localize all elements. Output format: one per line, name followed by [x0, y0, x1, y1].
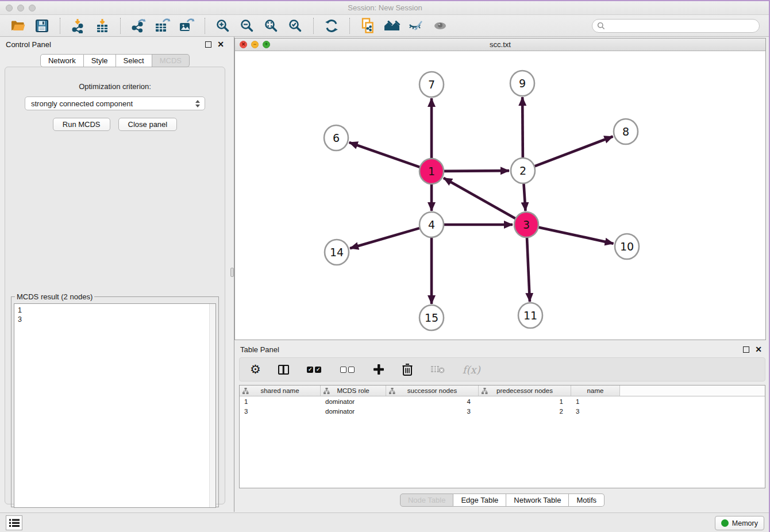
- app-titlebar: Session: New Session: [0, 1, 770, 15]
- tab-network[interactable]: Network: [40, 54, 84, 67]
- graph-node-9[interactable]: 9: [510, 71, 534, 96]
- add-column-icon[interactable]: [373, 362, 384, 377]
- mcds-result-title: MCDS result (2 nodes): [15, 292, 94, 301]
- gear-icon[interactable]: ⚙: [250, 362, 261, 377]
- graph-node-2[interactable]: 2: [511, 158, 535, 183]
- hide-eye-icon[interactable]: [407, 17, 425, 34]
- table-row[interactable]: 1dominator411: [240, 396, 765, 406]
- copy-document-icon[interactable]: [359, 17, 376, 34]
- graph-edge-2-8[interactable]: [534, 137, 613, 167]
- graph-node-11[interactable]: 11: [518, 303, 542, 328]
- toolbar-separator: [349, 18, 350, 34]
- select-all-checkboxes-icon[interactable]: ✓✓: [306, 362, 322, 377]
- graph-edge-1-2[interactable]: [444, 171, 509, 171]
- show-eye-icon[interactable]: [432, 17, 449, 34]
- table-cell[interactable]: dominator: [321, 408, 386, 415]
- delete-table-icon[interactable]: [430, 362, 445, 377]
- search-input[interactable]: [607, 21, 759, 30]
- graph-edge-3-11[interactable]: [527, 237, 530, 302]
- float-panel-icon[interactable]: [205, 41, 211, 48]
- graph-node-7[interactable]: 7: [419, 72, 444, 97]
- table-cell[interactable]: 1: [479, 398, 571, 405]
- table-body: 1dominator4113dominator323: [240, 396, 765, 416]
- table-cell[interactable]: 2: [479, 408, 571, 415]
- float-table-panel-icon[interactable]: [743, 346, 749, 353]
- column-header-filler: [620, 385, 765, 396]
- svg-text:10: 10: [620, 240, 634, 253]
- graph-node-1[interactable]: 1: [419, 159, 444, 184]
- run-mcds-button[interactable]: Run MCDS: [53, 118, 110, 131]
- graph-node-6[interactable]: 6: [324, 125, 348, 151]
- tab-node-table[interactable]: Node Table: [400, 494, 454, 507]
- table-toolbar: ⚙ ✓✓ f(x): [239, 357, 765, 381]
- zoom-out-icon[interactable]: [238, 17, 256, 34]
- table-cell[interactable]: 3: [240, 408, 321, 415]
- column-header-shared-name[interactable]: shared name: [240, 385, 321, 396]
- close-table-panel-icon[interactable]: ✕: [755, 346, 762, 353]
- memory-button[interactable]: Memory: [715, 516, 764, 530]
- table-cell[interactable]: 1: [240, 398, 321, 405]
- tab-mcds[interactable]: MCDS: [152, 54, 190, 67]
- search-field[interactable]: [592, 19, 760, 33]
- deselect-checkboxes-icon[interactable]: [340, 362, 356, 377]
- table-cell[interactable]: 1: [571, 398, 620, 405]
- delete-column-icon[interactable]: [402, 362, 413, 377]
- close-panel-icon[interactable]: ✕: [217, 41, 224, 48]
- zoom-selected-icon[interactable]: [287, 17, 304, 34]
- table-cell[interactable]: dominator: [321, 398, 386, 405]
- save-session-icon[interactable]: [33, 17, 51, 34]
- refresh-icon[interactable]: [323, 17, 340, 34]
- tab-edge-table[interactable]: Edge Table: [453, 494, 506, 507]
- column-header-MCDS-role[interactable]: MCDS role: [321, 385, 386, 396]
- zoom-fit-icon[interactable]: [263, 17, 280, 34]
- tab-motifs[interactable]: Motifs: [569, 494, 605, 507]
- home-layout-icon[interactable]: [383, 17, 401, 34]
- optimization-criterion-select[interactable]: strongly connected component: [25, 97, 205, 110]
- export-image-icon[interactable]: [178, 17, 195, 34]
- column-header-successor-nodes[interactable]: successor nodes: [386, 385, 479, 396]
- import-table-icon[interactable]: [94, 17, 111, 34]
- import-network-icon[interactable]: [70, 17, 87, 34]
- function-builder-icon[interactable]: f(x): [463, 362, 480, 377]
- graph-edge-2-3[interactable]: [523, 183, 525, 211]
- mcds-result-group: MCDS result (2 nodes) 1 3: [11, 292, 219, 507]
- export-network-icon[interactable]: [130, 17, 147, 34]
- memory-label: Memory: [732, 519, 758, 527]
- column-header-name[interactable]: name: [571, 385, 620, 396]
- mcds-result-textarea[interactable]: 1 3: [14, 303, 216, 508]
- zoom-in-icon[interactable]: [214, 17, 232, 34]
- graph-edge-3-1[interactable]: [444, 178, 516, 219]
- svg-text:3: 3: [523, 218, 530, 231]
- result-scrollbar[interactable]: [209, 304, 215, 507]
- open-folder-icon[interactable]: [9, 17, 26, 34]
- split-columns-icon[interactable]: [278, 362, 289, 377]
- table-cell[interactable]: 4: [386, 398, 479, 405]
- tab-select[interactable]: Select: [116, 54, 152, 67]
- memory-status-icon: [721, 519, 729, 527]
- splitter-grip-icon[interactable]: [230, 268, 234, 277]
- table-row[interactable]: 3dominator323: [240, 406, 765, 416]
- export-table-icon[interactable]: [154, 17, 171, 34]
- table-cell[interactable]: 3: [571, 408, 620, 415]
- graph-node-15[interactable]: 15: [419, 305, 444, 330]
- panel-splitter[interactable]: [230, 37, 234, 512]
- graph-edge-1-6[interactable]: [349, 142, 421, 167]
- mcds-panel: Optimization criterion: strongly connect…: [5, 67, 225, 504]
- tab-style[interactable]: Style: [84, 54, 116, 67]
- table-cell[interactable]: 3: [386, 408, 479, 415]
- graph-node-3[interactable]: 3: [514, 212, 538, 237]
- column-header-predecessor-nodes[interactable]: predecessor nodes: [479, 385, 571, 396]
- graph-node-10[interactable]: 10: [615, 234, 639, 259]
- graph-node-14[interactable]: 14: [325, 240, 349, 265]
- graph-node-4[interactable]: 4: [419, 212, 444, 237]
- status-bar: Memory: [0, 512, 770, 532]
- graph-node-8[interactable]: 8: [614, 119, 638, 144]
- graph-edge-2-9[interactable]: [522, 97, 523, 159]
- graph-edge-4-14[interactable]: [350, 228, 420, 248]
- network-canvas[interactable]: 7968124314101511: [235, 51, 765, 340]
- task-history-button[interactable]: [6, 515, 22, 530]
- network-graph: 7968124314101511: [235, 51, 765, 340]
- tab-network-table[interactable]: Network Table: [506, 494, 569, 507]
- close-panel-button[interactable]: Close panel: [118, 118, 178, 131]
- graph-edge-3-10[interactable]: [538, 227, 614, 243]
